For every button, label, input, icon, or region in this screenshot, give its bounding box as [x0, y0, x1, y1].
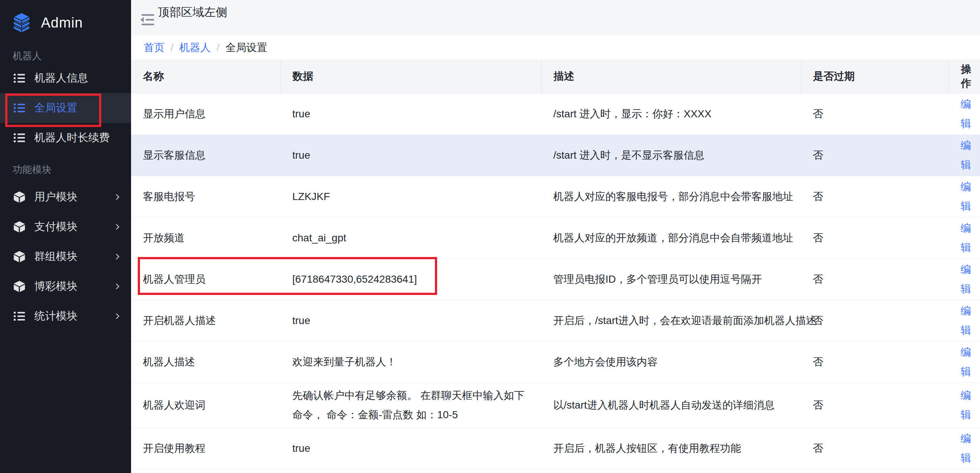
page-title: 顶部区域左侧	[158, 5, 227, 20]
cell-name: 显示用户信息	[131, 94, 280, 135]
cell-desc: 开启后，/start进入时，会在欢迎语最前面添加机器人描述	[541, 300, 801, 342]
cell-desc: 管理员电报ID，多个管理员可以使用逗号隔开	[541, 259, 801, 300]
cell-desc: 以/start进入机器人时机器人自动发送的详细消息	[541, 383, 801, 428]
cell-action: 编辑	[949, 383, 980, 428]
cell-action: 编辑	[949, 218, 980, 259]
list-icon	[13, 309, 26, 323]
logo-row: Admin	[0, 0, 131, 37]
main-content: 顶部区域左侧 首页 / 机器人 / 全局设置 名称 数据 描述 是否过期 操作 …	[131, 0, 980, 473]
settings-table: 名称 数据 描述 是否过期 操作 显示用户信息 true /start 进入时，…	[131, 60, 980, 469]
cell-desc: /start 进入时，显示：你好：XXXX	[541, 94, 801, 135]
cell-name: 显示客服信息	[131, 135, 280, 176]
cell-expired: 否	[801, 218, 949, 259]
edit-link[interactable]: 编辑	[961, 264, 971, 295]
sidebar-item-label: 统计模块	[34, 309, 78, 324]
sidebar-item-robot-info[interactable]: 机器人信息	[0, 63, 131, 93]
cell-expired: 否	[801, 176, 949, 218]
edit-link[interactable]: 编辑	[961, 305, 971, 336]
cell-data: 欢迎来到量子机器人！	[280, 342, 541, 383]
table-row: 客服电报号 LZKJKF 机器人对应的客服电报号，部分消息中会带客服地址 否 编…	[131, 176, 980, 218]
sidebar-item-group-module[interactable]: 群组模块	[0, 242, 131, 272]
cell-name: 机器人描述	[131, 342, 280, 383]
chevron-right-icon	[113, 282, 121, 290]
chevron-right-icon	[113, 223, 121, 231]
sidebar-item-lottery-module[interactable]: 博彩模块	[0, 272, 131, 301]
column-header-desc: 描述	[541, 60, 801, 94]
breadcrumb-home-link[interactable]: 首页	[144, 41, 165, 55]
cell-action: 编辑	[949, 300, 980, 342]
sidebar-item-label: 用户模块	[34, 190, 78, 204]
edit-link[interactable]: 编辑	[961, 346, 971, 377]
edit-link[interactable]: 编辑	[961, 433, 971, 464]
menu-fold-icon[interactable]	[139, 11, 156, 28]
breadcrumb-current: 全局设置	[226, 41, 267, 55]
cell-name: 机器人欢迎词	[131, 383, 280, 428]
cell-desc: 机器人对应的客服电报号，部分消息中会带客服地址	[541, 176, 801, 218]
cell-name: 开启使用教程	[131, 428, 280, 469]
sidebar-item-label: 机器人时长续费	[34, 131, 110, 145]
table-row: 开启使用教程 true 开启后，机器人按钮区，有使用教程功能 否 编辑	[131, 428, 980, 469]
cell-action: 编辑	[949, 135, 980, 176]
cube-icon	[13, 280, 26, 293]
breadcrumb-section-link[interactable]: 机器人	[180, 41, 211, 55]
cell-expired: 否	[801, 259, 949, 300]
cell-action: 编辑	[949, 259, 980, 300]
edit-link[interactable]: 编辑	[961, 222, 971, 253]
sidebar-item-label: 机器人信息	[34, 71, 88, 86]
cell-data: true	[280, 300, 541, 342]
sidebar-item-user-module[interactable]: 用户模块	[0, 182, 131, 212]
chevron-right-icon	[113, 312, 121, 320]
cell-data: true	[280, 135, 541, 176]
cell-name: 客服电报号	[131, 176, 280, 218]
cell-data: true	[280, 428, 541, 469]
sidebar-item-label: 群组模块	[34, 249, 78, 264]
cell-action: 编辑	[949, 94, 980, 135]
sidebar-item-payment-module[interactable]: 支付模块	[0, 212, 131, 242]
cell-name: 开启机器人描述	[131, 300, 280, 342]
sidebar-item-label: 博彩模块	[34, 279, 78, 294]
breadcrumb-separator: /	[217, 42, 220, 54]
breadcrumb: 首页 / 机器人 / 全局设置	[131, 35, 980, 60]
cell-data: chat_ai_gpt	[280, 218, 541, 259]
breadcrumb-separator: /	[170, 42, 173, 54]
cube-icon	[13, 220, 26, 234]
sidebar: Admin 机器人 机器人信息 全局设置 机器人时长续费 功能模块 用户模块	[0, 0, 131, 473]
table-row: 显示客服信息 true /start 进入时，是不显示客服信息 否 编辑	[131, 135, 980, 176]
cell-expired: 否	[801, 300, 949, 342]
chevron-right-icon	[113, 253, 121, 261]
cell-data: true	[280, 94, 541, 135]
table-row: 机器人描述 欢迎来到量子机器人！ 多个地方会使用该内容 否 编辑	[131, 342, 980, 383]
cell-name: 开放频道	[131, 218, 280, 259]
cell-desc: /start 进入时，是不显示客服信息	[541, 135, 801, 176]
sidebar-item-label: 全局设置	[34, 100, 78, 115]
table-row: 开放频道 chat_ai_gpt 机器人对应的开放频道，部分消息中会自带频道地址…	[131, 218, 980, 259]
edit-link[interactable]: 编辑	[961, 140, 971, 170]
layers-logo-icon	[11, 12, 32, 33]
cell-expired: 否	[801, 428, 949, 469]
sidebar-item-global-settings[interactable]: 全局设置	[0, 93, 131, 123]
cell-desc: 机器人对应的开放频道，部分消息中会自带频道地址	[541, 218, 801, 259]
cell-data: LZKJKF	[280, 176, 541, 218]
cube-icon	[13, 190, 26, 204]
sidebar-group-robot: 机器人	[0, 48, 131, 63]
table-header-row: 名称 数据 描述 是否过期 操作	[131, 60, 980, 94]
table-row: 显示用户信息 true /start 进入时，显示：你好：XXXX 否 编辑	[131, 94, 980, 135]
column-header-expired: 是否过期	[801, 60, 949, 94]
cell-expired: 否	[801, 94, 949, 135]
edit-link[interactable]: 编辑	[961, 98, 971, 129]
cell-data: 先确认帐户中有足够余额。 在群聊天框中输入如下命令， 命令：金额-雷点数 如：1…	[280, 383, 541, 428]
cell-desc: 多个地方会使用该内容	[541, 342, 801, 383]
cell-desc: 开启后，机器人按钮区，有使用教程功能	[541, 428, 801, 469]
topbar: 顶部区域左侧	[131, 0, 980, 35]
column-header-action: 操作	[949, 60, 980, 94]
sidebar-item-robot-renewal[interactable]: 机器人时长续费	[0, 123, 131, 153]
app-title: Admin	[41, 15, 83, 31]
chevron-right-icon	[113, 193, 121, 201]
list-icon	[13, 101, 26, 115]
sidebar-group-modules: 功能模块	[0, 162, 131, 177]
table-row: 机器人欢迎词 先确认帐户中有足够余额。 在群聊天框中输入如下命令， 命令：金额-…	[131, 383, 980, 428]
sidebar-item-stats-module[interactable]: 统计模块	[0, 301, 131, 331]
list-icon	[13, 72, 26, 85]
edit-link[interactable]: 编辑	[961, 181, 971, 212]
edit-link[interactable]: 编辑	[961, 390, 971, 420]
